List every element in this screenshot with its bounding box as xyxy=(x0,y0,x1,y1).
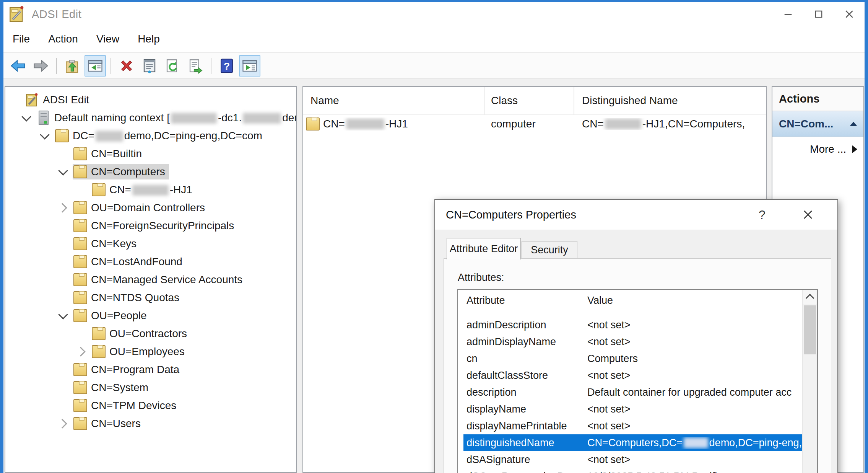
tree-item[interactable]: ADSI Edit xyxy=(5,91,296,109)
tree-item-label: CN=Builtin xyxy=(91,148,142,160)
folder-icon xyxy=(73,165,87,178)
tree-item[interactable]: CN=-HJ1 xyxy=(5,181,296,199)
dialog-titlebar[interactable]: CN=Computers Properties xyxy=(435,200,837,230)
tree-node-body[interactable]: CN=System xyxy=(73,380,152,395)
menu-view[interactable]: View xyxy=(87,30,128,48)
menu-file[interactable]: File xyxy=(3,30,39,48)
scrollbar-thumb[interactable] xyxy=(804,305,816,354)
attribute-row[interactable]: distinguishedNameCN=Computers,DC=demo,DC… xyxy=(463,434,802,451)
tree-item[interactable]: CN=System xyxy=(5,378,296,396)
tree-node-body[interactable]: CN=LostAndFound xyxy=(73,254,186,269)
tree-node-body[interactable]: OU=Employees xyxy=(91,344,189,359)
tree-item[interactable]: CN=Program Data xyxy=(5,360,296,378)
chevron-open-icon[interactable] xyxy=(54,313,73,318)
tree-item[interactable]: CN=Managed Service Accounts xyxy=(5,271,296,289)
properties-button[interactable] xyxy=(139,55,160,77)
show-console-tree-button[interactable] xyxy=(85,55,106,77)
tree-item[interactable]: OU=Employees xyxy=(5,343,296,360)
menu-action[interactable]: Action xyxy=(39,30,87,48)
show-action-pane-button[interactable] xyxy=(239,55,260,77)
tree-item[interactable]: CN=NTDS Quotas xyxy=(5,289,296,307)
chevron-open-icon[interactable] xyxy=(54,170,73,174)
tree-item[interactable]: OU=Domain Controllers xyxy=(5,199,296,217)
tree-item[interactable]: CN=TPM Devices xyxy=(5,396,296,414)
tree-item[interactable]: OU=Contractors xyxy=(5,325,296,343)
attribute-row[interactable]: displayName<not set> xyxy=(463,401,802,418)
tree-item-label: CN=Keys xyxy=(91,238,137,250)
chevron-closed-icon[interactable] xyxy=(54,420,73,427)
attribute-row[interactable]: dSCorePropagationData10/3/2025 5:48:51 P… xyxy=(463,468,802,473)
tree-item[interactable]: CN=Keys xyxy=(5,235,296,253)
tree-node-body[interactable]: CN=ForeignSecurityPrincipals xyxy=(73,218,238,233)
forward-button[interactable] xyxy=(30,55,52,77)
titlebar[interactable]: ADSI Edit xyxy=(3,2,865,26)
tree-node-body[interactable]: OU=Domain Controllers xyxy=(73,200,209,215)
chevron-open-icon[interactable] xyxy=(17,116,36,120)
toolbar-separator xyxy=(211,58,211,74)
tree-item[interactable]: DC=demo,DC=ping-eng,DC=com xyxy=(5,127,296,145)
attribute-row[interactable]: adminDisplayName<not set> xyxy=(463,333,802,350)
list-item-row[interactable]: CN=-HJ1computerCN=-HJ1,CN=Computers, xyxy=(303,115,766,133)
refresh-button[interactable] xyxy=(162,55,183,77)
column-header-class[interactable]: Class xyxy=(485,87,574,114)
menu-help[interactable]: Help xyxy=(128,30,169,48)
tree-node-body[interactable]: OU=Contractors xyxy=(91,326,191,341)
attribute-row[interactable]: adminDescription<not set> xyxy=(463,316,802,333)
help-button[interactable]: ? xyxy=(216,55,237,77)
chevron-closed-icon[interactable] xyxy=(54,204,73,211)
dialog-close-button[interactable] xyxy=(795,200,821,230)
text-segment: CN=LostAndFound xyxy=(91,256,182,267)
close-button[interactable] xyxy=(834,2,865,26)
grid-column-value[interactable]: Value xyxy=(578,295,613,307)
chevron-closed-icon[interactable] xyxy=(72,348,91,355)
tree-item[interactable]: OU=People xyxy=(5,307,296,325)
tree-node-body[interactable]: CN=TPM Devices xyxy=(73,398,180,413)
column-header-distinguished-name[interactable]: Distinguished Name xyxy=(574,87,766,114)
tree-node-body[interactable]: CN=Keys xyxy=(73,236,140,251)
chevron-open-icon[interactable] xyxy=(35,134,54,138)
actions-more-item[interactable]: More ... xyxy=(772,137,863,162)
forward-arrow-icon xyxy=(33,58,49,74)
collapse-triangle-icon[interactable] xyxy=(850,122,857,126)
tree-item[interactable]: CN=Users xyxy=(5,414,296,432)
tree-node-body[interactable]: CN=Users xyxy=(73,416,145,431)
tree-node-body[interactable]: CN=Program Data xyxy=(73,362,183,377)
attribute-name: displayNamePrintable xyxy=(463,420,578,432)
tab-security[interactable]: Security xyxy=(522,241,577,259)
dialog-help-button[interactable]: ? xyxy=(749,200,775,230)
tree-item[interactable]: CN=Computers xyxy=(5,163,296,181)
up-one-level-button[interactable] xyxy=(62,55,83,77)
tree-node-body[interactable]: CN=Managed Service Accounts xyxy=(73,272,246,287)
attributes-scrollbar[interactable] xyxy=(802,290,817,473)
minimize-button[interactable] xyxy=(773,2,803,26)
attribute-row[interactable]: dSASignature<not set> xyxy=(463,451,802,468)
tree-item[interactable]: CN=LostAndFound xyxy=(5,253,296,271)
attribute-row[interactable]: defaultClassStore<not set> xyxy=(463,367,802,384)
tree-node-body[interactable]: DC=demo,DC=ping-eng,DC=com xyxy=(54,128,266,144)
column-header-name[interactable]: Name xyxy=(303,87,485,114)
tree-node-body[interactable]: CN=-HJ1 xyxy=(91,182,196,197)
tree-node-body[interactable]: Default naming context [-dc1.dem xyxy=(36,109,297,126)
actions-context-group[interactable]: CN=Com... xyxy=(772,111,863,137)
tree-node-body[interactable]: CN=Computers xyxy=(73,164,169,179)
delete-button[interactable] xyxy=(116,55,137,77)
scrollbar-up-button[interactable] xyxy=(803,290,817,304)
export-list-button[interactable] xyxy=(185,55,206,77)
tree-item[interactable]: CN=ForeignSecurityPrincipals xyxy=(5,217,296,235)
grid-column-attribute[interactable]: Attribute xyxy=(463,295,578,307)
attribute-row[interactable]: descriptionDefault container for upgrade… xyxy=(463,384,802,401)
tree-node-body[interactable]: CN=Builtin xyxy=(73,146,146,161)
attribute-name: description xyxy=(463,387,578,398)
attribute-row[interactable]: cnComputers xyxy=(463,350,802,367)
tree-node-body[interactable]: CN=NTDS Quotas xyxy=(73,290,183,305)
tree-node-body[interactable]: ADSI Edit xyxy=(24,91,93,108)
tree-item[interactable]: CN=Builtin xyxy=(5,145,296,163)
tree-node-body[interactable]: OU=People xyxy=(73,308,151,323)
text-segment: demo,DC=ping-eng, xyxy=(709,437,802,449)
attribute-row[interactable]: displayNamePrintable<not set> xyxy=(463,418,802,434)
tree-item[interactable]: Default naming context [-dc1.dem xyxy=(5,109,296,127)
minimize-icon xyxy=(783,9,793,20)
maximize-button[interactable] xyxy=(803,2,834,26)
tab-attribute-editor[interactable]: Attribute Editor xyxy=(447,238,521,259)
back-button[interactable] xyxy=(7,55,29,77)
